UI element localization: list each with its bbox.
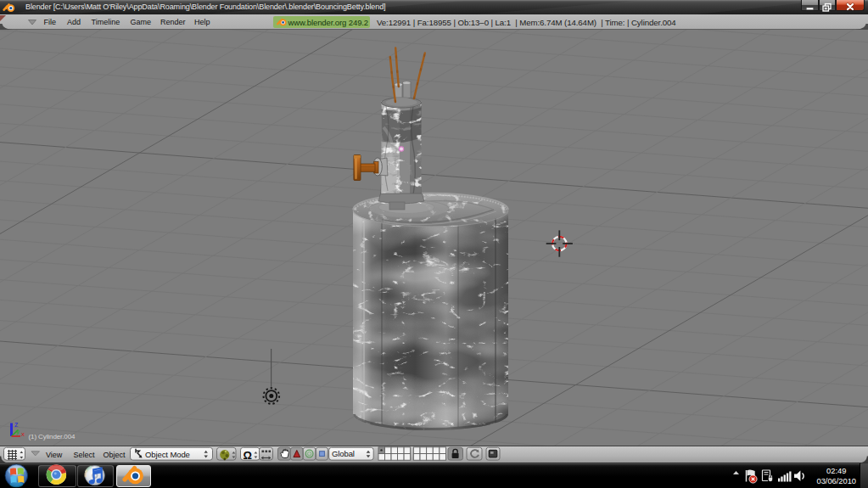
svg-text:y: y xyxy=(16,428,20,435)
svg-text:Object Mode: Object Mode xyxy=(145,450,190,459)
svg-text:Global: Global xyxy=(332,449,355,458)
svg-text:x: x xyxy=(21,430,25,438)
svg-text:Ω: Ω xyxy=(244,449,252,462)
